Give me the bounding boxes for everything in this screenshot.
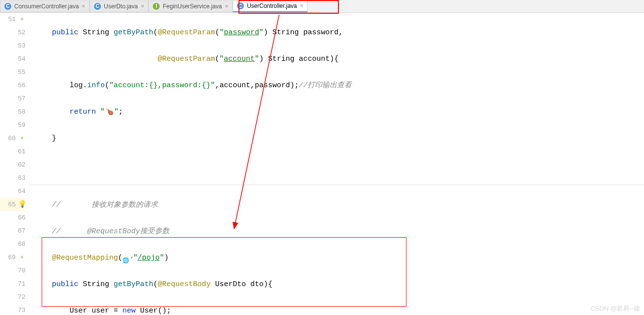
line-number: 61 bbox=[18, 145, 25, 158]
line-number: 58 bbox=[18, 105, 25, 119]
web-icon[interactable] bbox=[122, 255, 129, 262]
close-icon[interactable]: × bbox=[300, 2, 303, 9]
tab-user-controller[interactable]: C UserController.java × bbox=[233, 0, 308, 12]
class-file-icon: C bbox=[94, 3, 101, 10]
tab-consumer-controller[interactable]: C ConsumerController.java × bbox=[0, 0, 90, 12]
close-icon[interactable]: × bbox=[225, 3, 228, 10]
line-number: 64 bbox=[18, 185, 25, 198]
line-number: 70 bbox=[18, 264, 25, 277]
code-line[interactable] bbox=[34, 158, 644, 171]
code-line[interactable]: @RequestParam("account") String account)… bbox=[34, 52, 644, 66]
annotation-method-highlight bbox=[42, 237, 406, 307]
line-number: 60 bbox=[8, 132, 16, 145]
line-number: 69 bbox=[8, 251, 16, 264]
code-line[interactable]: log.info("account:{},password:{}",accoun… bbox=[34, 79, 644, 92]
tab-label: FeginUserService.java bbox=[163, 3, 222, 10]
tab-label: ConsumerController.java bbox=[14, 3, 79, 10]
line-number: 71 bbox=[18, 277, 25, 291]
line-number: 57 bbox=[18, 92, 25, 105]
override-icon[interactable]: ♻ bbox=[19, 135, 25, 142]
intention-bulb-icon[interactable]: 💡 bbox=[19, 201, 25, 208]
line-number: 65 bbox=[8, 198, 16, 211]
line-number: 67 bbox=[18, 224, 25, 238]
line-number: 59 bbox=[18, 119, 25, 132]
code-line[interactable]: public String getByPath(@RequestBody Use… bbox=[34, 278, 644, 291]
tab-user-dto[interactable]: C UserDto.java × bbox=[90, 0, 148, 12]
line-number: 66 bbox=[18, 211, 25, 224]
line-number: 68 bbox=[18, 238, 25, 251]
method-separator bbox=[29, 185, 644, 185]
close-icon[interactable]: × bbox=[82, 3, 85, 10]
interface-file-icon: I bbox=[153, 3, 160, 10]
line-number: 62 bbox=[18, 158, 25, 171]
close-icon[interactable]: × bbox=[141, 3, 144, 10]
gutter: 51♻ 52 53 54 55 56 57 58 59 60♻ 61 62 63… bbox=[0, 13, 29, 315]
line-number: 54 bbox=[18, 52, 25, 66]
code-line[interactable]: // @RequestBody接受参数 bbox=[34, 225, 644, 238]
code-line[interactable]: } bbox=[34, 132, 644, 145]
line-number: 72 bbox=[18, 291, 25, 304]
class-file-icon: C bbox=[237, 2, 244, 9]
line-number: 55 bbox=[18, 66, 25, 79]
line-number: 56 bbox=[18, 79, 25, 92]
line-number: 73 bbox=[18, 304, 25, 315]
tab-fegin-user-service[interactable]: I FeginUserService.java × bbox=[148, 0, 233, 12]
line-number: 51 bbox=[8, 13, 16, 26]
code-area[interactable]: public String getByPath(@RequestParam("p… bbox=[29, 13, 644, 315]
watermark: CSDN @君易--鑨 bbox=[591, 304, 640, 313]
class-file-icon: C bbox=[4, 3, 11, 10]
tab-bar: C ConsumerController.java × C UserDto.ja… bbox=[0, 0, 644, 13]
code-line[interactable]: @RequestMapping(▾"/pojo") bbox=[34, 251, 644, 265]
line-number: 52 bbox=[18, 26, 25, 39]
override-icon[interactable]: ♻ bbox=[19, 254, 25, 261]
code-line[interactable]: User user = new User(); bbox=[34, 304, 644, 315]
code-line[interactable]: public String getByPath(@RequestParam("p… bbox=[34, 26, 644, 39]
line-number: 53 bbox=[18, 39, 25, 52]
line-number: 63 bbox=[18, 171, 25, 185]
code-line[interactable]: return "🍗"; bbox=[34, 105, 644, 119]
editor-area: 51♻ 52 53 54 55 56 57 58 59 60♻ 61 62 63… bbox=[0, 13, 644, 315]
code-line[interactable]: // 接收对象参数的请求 bbox=[34, 198, 644, 212]
tab-label: UserDto.java bbox=[104, 3, 138, 10]
override-icon[interactable]: ♻ bbox=[19, 16, 25, 23]
tab-label: UserController.java bbox=[247, 2, 297, 9]
